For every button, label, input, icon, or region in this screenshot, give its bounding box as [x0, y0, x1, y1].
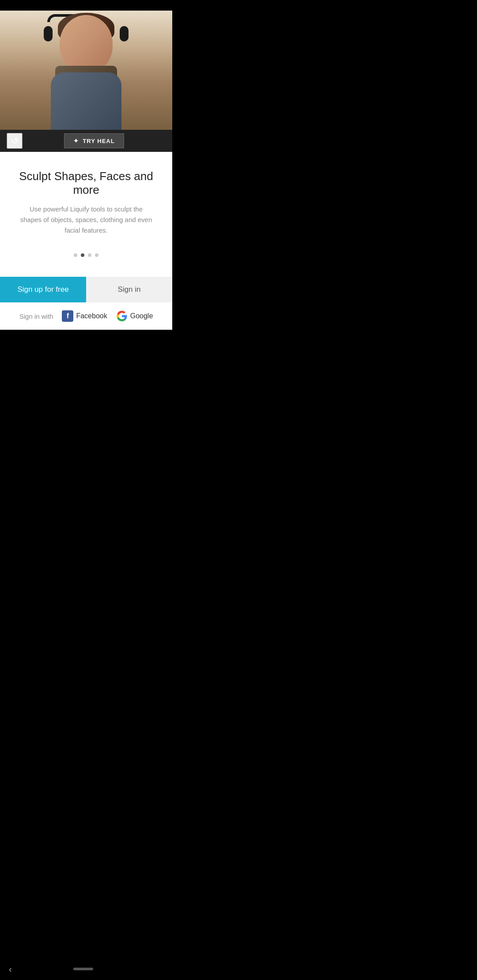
image-toolbar: ↺ ✦ TRY HEAL	[0, 130, 172, 152]
dot-4	[95, 253, 98, 257]
try-heal-label: TRY HEAL	[83, 138, 114, 144]
dot-1	[74, 253, 77, 257]
person-illustration	[38, 11, 135, 130]
headphone-right	[120, 26, 129, 41]
social-signin-label: Sign in with	[19, 313, 53, 320]
status-bar	[0, 0, 172, 11]
social-signin-section: Sign in with f Facebook Google	[0, 302, 172, 330]
google-label: Google	[130, 312, 153, 320]
main-description: Use powerful Liquify tools to sculpt the…	[20, 204, 152, 236]
facebook-label: Facebook	[76, 312, 107, 320]
content-section: Sculpt Shapes, Faces and more Use powerf…	[0, 152, 172, 277]
action-buttons: Sign up for free Sign in	[0, 277, 172, 302]
signin-button[interactable]: Sign in	[86, 277, 172, 302]
dot-3	[88, 253, 91, 257]
dot-2	[81, 253, 84, 257]
facebook-icon: f	[62, 310, 73, 322]
heal-icon: ✦	[73, 137, 79, 144]
page-dots	[9, 253, 163, 257]
person-body	[51, 72, 121, 130]
person-head	[60, 15, 113, 72]
reset-button[interactable]: ↺	[7, 133, 23, 149]
facebook-signin-button[interactable]: f Facebook	[62, 310, 107, 322]
reset-icon: ↺	[11, 136, 19, 146]
main-title: Sculpt Shapes, Faces and more	[9, 170, 163, 197]
google-signin-button[interactable]: Google	[116, 310, 153, 322]
headphone-left	[44, 26, 53, 41]
hero-image	[0, 11, 172, 130]
try-heal-button[interactable]: ✦ TRY HEAL	[64, 133, 124, 148]
google-icon	[116, 310, 128, 322]
signup-button[interactable]: Sign up for free	[0, 277, 86, 302]
